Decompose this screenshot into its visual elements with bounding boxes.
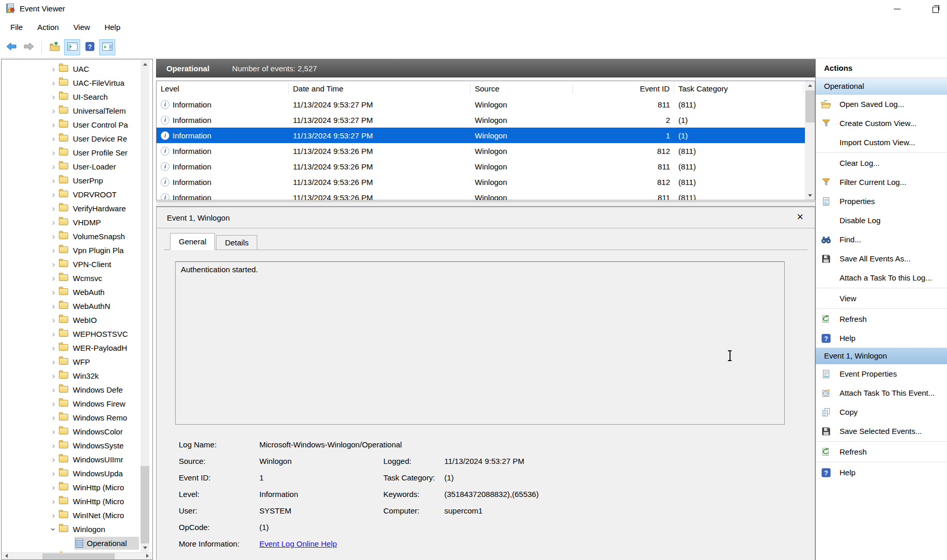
tree-item[interactable]: WER-PayloadH — [2, 341, 139, 355]
chevron-right-icon[interactable] — [49, 316, 58, 324]
scroll-up-icon[interactable] — [141, 60, 149, 69]
restore-button[interactable] — [924, 0, 947, 18]
tree-item[interactable]: UAC — [2, 62, 139, 76]
table-row[interactable]: Information11/13/2024 9:53:26 PMWinlogon… — [157, 159, 805, 174]
chevron-down-icon[interactable] — [49, 525, 58, 534]
scrollbar-thumb[interactable] — [42, 553, 115, 559]
table-row[interactable]: Information11/13/2024 9:53:26 PMWinlogon… — [157, 143, 805, 159]
chevron-right-icon[interactable] — [49, 120, 58, 129]
chevron-right-icon[interactable] — [49, 246, 58, 255]
column-header-event-id[interactable]: Event ID — [573, 84, 674, 94]
tree-item[interactable]: Wcmsvc — [2, 271, 139, 285]
scroll-right-icon[interactable] — [143, 553, 152, 559]
action-item[interactable]: ?Help — [816, 329, 947, 348]
action-item[interactable]: Event Properties — [816, 364, 947, 383]
action-item[interactable]: Clear Log... — [816, 153, 947, 173]
tree-item[interactable]: WinHttp (Micro — [2, 480, 139, 494]
tree-item[interactable]: WinHttp (Micro — [2, 494, 139, 508]
chevron-right-icon[interactable] — [49, 288, 58, 297]
close-icon[interactable] — [797, 209, 803, 225]
tree-item[interactable]: WEPHOSTSVC — [2, 327, 139, 341]
back-button[interactable] — [3, 39, 19, 55]
chevron-right-icon[interactable] — [49, 427, 58, 436]
chevron-right-icon[interactable] — [49, 483, 58, 492]
chevron-right-icon[interactable] — [49, 190, 58, 199]
chevron-right-icon[interactable] — [49, 148, 58, 157]
tree-item[interactable]: Windows Remo — [2, 411, 139, 425]
action-item[interactable]: Save Selected Events... — [816, 422, 947, 441]
tree-item[interactable]: VDRVROOT — [2, 188, 139, 201]
scroll-up-icon[interactable] — [805, 81, 814, 90]
table-row[interactable]: Information11/13/2024 9:53:27 PMWinlogon… — [157, 128, 805, 143]
action-item[interactable]: Find... — [816, 230, 947, 249]
menu-help[interactable]: Help — [97, 21, 128, 34]
action-item[interactable]: Import Custom View... — [816, 133, 947, 152]
tab-general[interactable]: General — [170, 233, 215, 250]
action-item[interactable]: View — [816, 289, 947, 308]
action-item[interactable]: Copy — [816, 402, 947, 422]
chevron-right-icon[interactable] — [49, 511, 58, 520]
chevron-right-icon[interactable] — [49, 497, 58, 506]
tree-item[interactable]: VerifyHardware — [2, 201, 139, 215]
scroll-down-icon[interactable] — [141, 543, 149, 552]
action-item[interactable]: Save All Events As... — [816, 249, 947, 268]
tree-item[interactable]: User-Loader — [2, 160, 139, 174]
chevron-right-icon[interactable] — [49, 385, 58, 394]
chevron-right-icon[interactable] — [49, 204, 58, 213]
action-item[interactable]: Open Saved Log... — [816, 95, 947, 114]
tree-item[interactable]: VPN-Client — [2, 257, 139, 271]
tree-item[interactable]: User Profile Ser — [2, 146, 139, 160]
tree-item[interactable]: VolumeSnapsh — [2, 229, 139, 243]
chevron-right-icon[interactable] — [49, 65, 58, 73]
event-message-box[interactable]: Authentication started. — [175, 261, 785, 425]
menu-file[interactable]: File — [3, 21, 30, 34]
column-header-level[interactable]: Level — [157, 84, 289, 94]
tab-details[interactable]: Details — [216, 235, 257, 250]
action-item[interactable]: ★Attach Task To This Event... — [816, 383, 947, 402]
action-item[interactable]: Properties — [816, 192, 947, 211]
tree-item[interactable]: WebIO — [2, 313, 139, 327]
chevron-right-icon[interactable] — [49, 162, 58, 171]
scroll-left-icon[interactable] — [2, 553, 11, 559]
tree-item[interactable]: User Device Re — [2, 132, 139, 146]
tree-item[interactable]: UAC-FileVirtua — [2, 76, 139, 90]
chevron-right-icon[interactable] — [49, 274, 58, 283]
chevron-right-icon[interactable] — [49, 344, 58, 352]
column-header-source[interactable]: Source — [471, 84, 573, 94]
action-item[interactable]: Refresh — [816, 442, 947, 461]
tree-item[interactable]: Vpn Plugin Pla — [2, 243, 139, 257]
tree-item[interactable]: WindowsSyste — [2, 439, 139, 453]
scrollbar-thumb[interactable] — [805, 90, 815, 122]
chevron-right-icon[interactable] — [49, 455, 58, 464]
chevron-right-icon[interactable] — [49, 302, 58, 310]
tree-item[interactable]: WinINet (Micro — [2, 508, 139, 522]
tree-item[interactable]: UniversalTelem — [2, 104, 139, 118]
chevron-right-icon[interactable] — [49, 371, 58, 380]
scrollbar-thumb[interactable] — [141, 466, 149, 543]
tree-item[interactable]: WindowsUIImr — [2, 453, 139, 466]
tree-item[interactable]: WindowsUpda — [2, 466, 139, 480]
tree-item[interactable]: User Control Pa — [2, 118, 139, 132]
table-row[interactable]: Information11/13/2024 9:53:26 PMWinlogon… — [157, 190, 805, 200]
column-header-task-category[interactable]: Task Category — [674, 84, 803, 94]
action-item[interactable]: Create Custom View... — [816, 114, 947, 133]
show-console-tree-button[interactable] — [64, 39, 80, 55]
action-item[interactable]: Refresh — [816, 309, 947, 329]
chevron-right-icon[interactable] — [49, 106, 58, 115]
chevron-right-icon[interactable] — [49, 232, 58, 241]
tree-item[interactable]: Windows Defe — [2, 383, 139, 397]
menu-view[interactable]: View — [66, 21, 97, 34]
chevron-right-icon[interactable] — [49, 260, 58, 269]
help-button[interactable]: ? — [82, 39, 98, 55]
minimize-button[interactable] — [881, 0, 912, 18]
table-vertical-scrollbar[interactable] — [805, 81, 815, 200]
tree-vertical-scrollbar[interactable] — [141, 60, 149, 552]
tree-item[interactable]: VHDMP — [2, 215, 139, 229]
tree-item[interactable]: UserPnp — [2, 174, 139, 188]
table-row[interactable]: Information11/13/2024 9:53:26 PMWinlogon… — [157, 174, 805, 190]
tree-item[interactable]: UI-Search — [2, 90, 139, 104]
actions-section-header[interactable]: Event 1, Winlogon — [816, 348, 947, 364]
chevron-right-icon[interactable] — [49, 441, 58, 450]
chevron-right-icon[interactable] — [49, 399, 58, 408]
chevron-right-icon[interactable] — [49, 357, 58, 366]
